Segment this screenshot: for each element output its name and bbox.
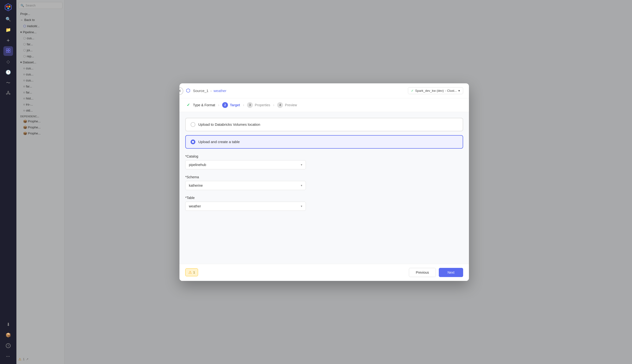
step-preview[interactable]: 4 Preview bbox=[277, 102, 297, 108]
cluster-check-icon: ✓ bbox=[411, 89, 414, 92]
upload-volumes-label: Upload to Databricks Volumes location bbox=[198, 122, 260, 126]
footer-warning-count: 1 bbox=[193, 270, 195, 274]
svg-point-10 bbox=[9, 94, 10, 94]
sidebar-item-search[interactable]: 🔍 bbox=[3, 14, 13, 24]
sidebar-item-more[interactable]: ••• bbox=[3, 352, 13, 361]
step4-num: 4 bbox=[277, 102, 283, 108]
svg-point-9 bbox=[8, 91, 9, 92]
cluster-label: Spark_dev_kw (dev) bbox=[415, 89, 444, 92]
step-arrow-3: › bbox=[273, 103, 274, 107]
step-target[interactable]: 2 Target bbox=[222, 102, 240, 108]
cluster-dropdown-icon: ▾ bbox=[458, 89, 460, 92]
step-type-format[interactable]: ✓ Type & Format bbox=[185, 102, 215, 108]
step4-label: Preview bbox=[285, 103, 297, 107]
sidebar-item-help[interactable]: ? bbox=[3, 341, 13, 350]
sidebar-item-packages[interactable]: 📦 bbox=[3, 330, 13, 340]
schema-dropdown-icon: ▾ bbox=[301, 184, 302, 187]
svg-marker-0 bbox=[5, 4, 11, 11]
upload-table-label: Upload and create a table bbox=[198, 140, 240, 144]
svg-point-2 bbox=[9, 6, 10, 8]
upload-table-radio bbox=[190, 140, 195, 144]
breadcrumb-source: Source_1 bbox=[193, 89, 208, 93]
activity-icon: 〜 bbox=[6, 80, 10, 86]
footer-buttons: Previous Next bbox=[409, 268, 463, 277]
topology-icon bbox=[6, 90, 11, 96]
step1-label: Type & Format bbox=[193, 103, 215, 107]
modal-overlay: ✕ Source_1 › weather ✓ Spark_dev_kw (dev… bbox=[17, 0, 632, 364]
sidebar-item-tags[interactable]: ◇ bbox=[3, 57, 13, 66]
step-arrow-2: › bbox=[243, 103, 244, 107]
tag-icon: ◇ bbox=[7, 59, 10, 64]
catalog-select[interactable]: pipelinehub ▾ bbox=[185, 160, 306, 169]
sidebar-item-projects[interactable]: 📁 bbox=[3, 25, 13, 35]
step3-num: 3 bbox=[247, 102, 253, 108]
plus-icon: + bbox=[7, 37, 10, 44]
svg-rect-7 bbox=[9, 51, 10, 52]
breadcrumb-current: weather bbox=[214, 89, 226, 93]
schema-select[interactable]: katherine ▾ bbox=[185, 181, 306, 190]
previous-button[interactable]: Previous bbox=[409, 268, 436, 277]
modal-header: Source_1 › weather ✓ Spark_dev_kw (dev) … bbox=[179, 83, 469, 98]
catalog-label: *Catalog bbox=[185, 154, 463, 158]
step-arrow-1: › bbox=[218, 103, 219, 107]
download-icon: ⬇ bbox=[7, 322, 10, 327]
search-icon: 🔍 bbox=[6, 16, 11, 22]
warning-badge[interactable]: ⚠ 1 bbox=[185, 268, 198, 276]
app-logo[interactable] bbox=[4, 3, 13, 12]
table-select[interactable]: weather ▾ bbox=[185, 202, 306, 211]
step2-label: Target bbox=[230, 103, 240, 107]
source-hex-icon bbox=[185, 88, 191, 94]
breadcrumb: Source_1 › weather bbox=[185, 88, 227, 94]
footer-warning-icon: ⚠ bbox=[188, 270, 192, 275]
schema-label: *Schema bbox=[185, 175, 463, 179]
wizard-steps: ✓ Type & Format › 2 Target › 3 Propertie… bbox=[179, 98, 469, 112]
modal-footer: ⚠ 1 Previous Next bbox=[179, 264, 469, 281]
more-icon: ••• bbox=[6, 355, 10, 358]
sidebar-item-activity[interactable]: 〜 bbox=[3, 78, 13, 88]
svg-rect-4 bbox=[6, 49, 8, 50]
svg-marker-13 bbox=[186, 89, 190, 92]
svg-rect-6 bbox=[6, 51, 8, 52]
next-button[interactable]: Next bbox=[439, 268, 463, 277]
modal: ✕ Source_1 › weather ✓ Spark_dev_kw (dev… bbox=[179, 83, 469, 281]
pipelines-icon bbox=[6, 48, 11, 54]
help-icon: ? bbox=[6, 343, 11, 348]
sidebar-item-download[interactable]: ⬇ bbox=[3, 320, 13, 329]
table-label: *Table bbox=[185, 196, 463, 200]
table-section: *Table weather ▾ bbox=[185, 196, 463, 211]
clock-icon: 🕐 bbox=[6, 70, 11, 75]
catalog-value: pipelinehub bbox=[189, 163, 206, 167]
catalog-section: *Catalog pipelinehub ▾ bbox=[185, 154, 463, 169]
svg-point-1 bbox=[6, 6, 8, 8]
step2-num: 2 bbox=[222, 102, 228, 108]
sidebar-item-add[interactable]: + bbox=[3, 36, 13, 45]
cluster-selector[interactable]: ✓ Spark_dev_kw (dev) - Clust... ▾ bbox=[408, 87, 463, 94]
svg-rect-5 bbox=[9, 49, 10, 50]
upload-table-option[interactable]: Upload and create a table bbox=[185, 135, 463, 149]
upload-volumes-radio bbox=[190, 122, 195, 127]
sidebar-item-pipelines[interactable] bbox=[3, 46, 13, 56]
step3-label: Properties bbox=[255, 103, 270, 107]
cluster-suffix: - Clust... bbox=[445, 89, 457, 92]
folder-icon: 📁 bbox=[6, 27, 11, 32]
catalog-dropdown-icon: ▾ bbox=[301, 163, 302, 166]
svg-point-3 bbox=[7, 8, 9, 10]
modal-body: Upload to Databricks Volumes location Up… bbox=[179, 112, 469, 264]
step-properties[interactable]: 3 Properties bbox=[247, 102, 270, 108]
schema-section: *Schema katherine ▾ bbox=[185, 175, 463, 190]
main-panel: 🔍 Search Proje... ← Back to ⬡ HelloW... … bbox=[17, 0, 632, 364]
sidebar-item-topology[interactable] bbox=[3, 89, 13, 98]
table-value: weather bbox=[189, 204, 201, 208]
breadcrumb-separator: › bbox=[210, 89, 212, 93]
schema-value: katherine bbox=[189, 184, 203, 188]
step1-num: ✓ bbox=[185, 102, 191, 108]
svg-point-11 bbox=[6, 94, 7, 94]
upload-volumes-option[interactable]: Upload to Databricks Volumes location bbox=[185, 118, 463, 131]
svg-point-8 bbox=[8, 92, 9, 94]
sidebar-item-history[interactable]: 🕐 bbox=[3, 68, 13, 77]
packages-icon: 📦 bbox=[6, 332, 11, 338]
sidebar: 🔍 📁 + ◇ 🕐 〜 bbox=[0, 0, 17, 364]
table-dropdown-icon: ▾ bbox=[301, 204, 302, 208]
